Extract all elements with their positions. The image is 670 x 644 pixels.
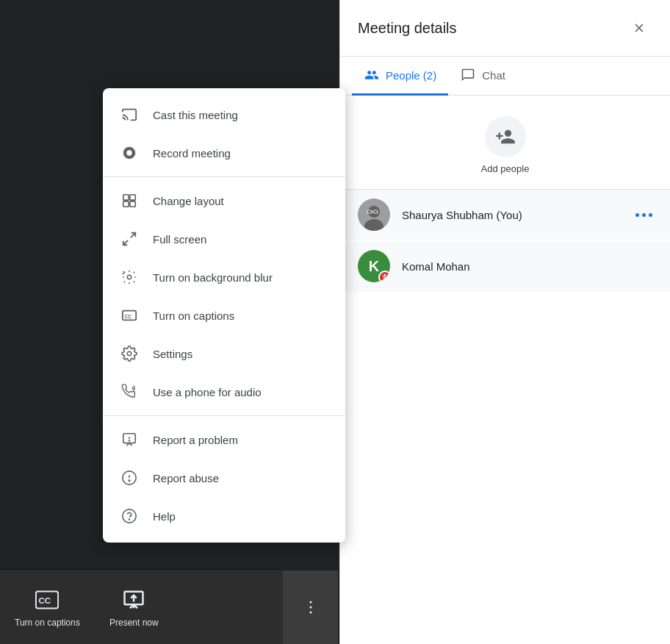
present-bottom-label: Present now [109,618,159,628]
svg-point-14 [127,351,132,356]
tab-chat-label: Chat [482,69,505,82]
svg-rect-4 [130,195,135,200]
menu-label-abuse: Report abuse [153,472,219,484]
menu-item-blur[interactable]: Turn on background blur [103,258,345,296]
add-people-section: Add people [340,96,670,190]
people-tab-icon [364,67,380,83]
fullscreen-icon [120,230,138,248]
close-button[interactable] [626,15,652,41]
menu-label-help: Help [153,510,176,523]
dropdown-menu: Cast this meeting Record meeting Change … [103,88,345,543]
avatar-shaurya [358,198,390,231]
svg-point-22 [129,519,129,520]
menu-label-settings: Settings [153,348,192,360]
participant-icons-shaurya [635,213,652,217]
record-icon [120,144,138,162]
menu-item-problem[interactable]: Report a problem [103,421,345,459]
menu-label-record: Record meeting [153,147,231,160]
tab-chat[interactable]: Chat [448,57,517,96]
blur-icon [120,268,138,286]
menu-item-layout[interactable]: Change layout [103,182,345,220]
settings-icon [120,345,138,362]
svg-rect-3 [123,195,129,200]
svg-point-2 [126,150,132,155]
svg-text:CC: CC [39,596,51,605]
menu-label-phone: Use a phone for audio [153,386,262,398]
svg-line-8 [123,240,128,245]
divider-1 [103,176,345,177]
tabs-row: People (2) Chat [340,57,670,96]
bottom-bar: CC Turn on captions Present now [0,570,283,644]
svg-point-38 [309,612,311,614]
add-people-label: Add people [481,163,530,174]
present-icon [120,587,147,613]
svg-point-9 [127,275,132,279]
menu-label-captions: Turn on captions [153,310,234,322]
layout-icon [120,192,138,210]
phone-audio-icon [120,383,138,401]
details-title: Meeting details [358,20,457,37]
svg-point-21 [123,509,136,523]
participant-row: Shaurya Shubham (You) [340,190,670,240]
problem-icon [120,431,138,448]
menu-label-blur: Turn on background blur [153,271,273,284]
menu-item-abuse[interactable]: Report abuse [103,459,345,497]
svg-point-20 [129,480,129,481]
svg-point-37 [309,607,311,609]
add-people-button[interactable] [485,116,526,157]
more-dots[interactable] [635,213,652,217]
participant-name-shaurya: Shaurya Shubham (You) [402,209,624,221]
svg-rect-6 [130,201,135,207]
abuse-icon [120,469,138,487]
svg-line-7 [131,233,135,237]
help-icon [120,507,138,525]
menu-item-record[interactable]: Record meeting [103,134,345,172]
tab-people[interactable]: People (2) [352,57,448,96]
bottom-captions-button[interactable]: CC Turn on captions [15,587,80,628]
chat-tab-icon [460,67,476,83]
menu-item-cast[interactable]: Cast this meeting [103,96,345,134]
participant-row: K Komal Mohan [340,241,670,291]
menu-item-settings[interactable]: Settings [103,334,345,373]
captions-bottom-label: Turn on captions [15,618,80,628]
details-header: Meeting details [340,0,670,57]
menu-label-fullscreen: Full screen [153,233,206,246]
mute-badge [378,271,390,282]
meeting-details-panel: Meeting details People (2) C [339,0,670,644]
menu-label-layout: Change layout [153,195,224,207]
participants-list: Shaurya Shubham (You) K Komal Mohan [340,190,670,644]
cast-icon [120,106,138,124]
svg-rect-5 [123,201,129,207]
avatar-komal: K [358,250,390,282]
menu-item-fullscreen[interactable]: Full screen [103,220,345,258]
svg-text:CC: CC [125,314,132,319]
menu-label-cast: Cast this meeting [153,109,238,121]
divider-2 [103,415,345,416]
svg-point-36 [309,601,311,604]
more-options-button[interactable] [283,570,338,644]
tab-people-label: People (2) [386,69,436,82]
captions-icon: CC [120,307,138,324]
svg-point-17 [129,440,130,441]
menu-item-phone[interactable]: Use a phone for audio [103,373,345,411]
menu-label-problem: Report a problem [153,434,238,446]
captions-bottom-icon: CC [34,587,60,613]
participant-name-komal: Komal Mohan [402,260,652,273]
bottom-present-button[interactable]: Present now [109,587,159,628]
menu-item-help[interactable]: Help [103,497,345,535]
menu-item-captions[interactable]: CC Turn on captions [103,296,345,334]
